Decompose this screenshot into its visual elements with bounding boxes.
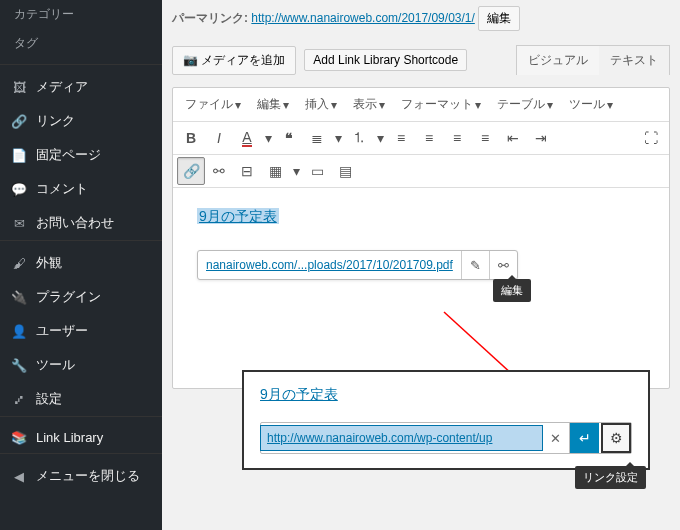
textcolor-caret[interactable]: ▾ <box>261 124 275 152</box>
menu-table[interactable]: テーブル▾ <box>491 92 559 117</box>
editor-toolbar-1: B I A ▾ ❝ ≣ ▾ ⒈ ▾ ≡ ≡ ≡ ≡ ⇤ ⇥ ⛶ <box>173 122 669 155</box>
plugin-icon: 🔌 <box>10 290 28 305</box>
link-url-input[interactable] <box>261 426 542 450</box>
link-inline-toolbar: nanairoweb.com/...ploads/2017/10/201709.… <box>197 250 518 280</box>
brush-icon: 🖌 <box>10 256 28 271</box>
outdent-button[interactable]: ⇤ <box>499 124 527 152</box>
link-url-display[interactable]: nanairoweb.com/...ploads/2017/10/201709.… <box>198 253 461 277</box>
caret-down-icon: ▾ <box>547 98 553 112</box>
sidebar-item-tools[interactable]: 🔧ツール <box>0 348 162 382</box>
caret-down-icon: ▾ <box>331 98 337 112</box>
code-button[interactable]: ▭ <box>303 157 331 185</box>
editor-wrap: ファイル▾ 編集▾ 挿入▾ 表示▾ フォーマット▾ テーブル▾ ツール▾ B I… <box>172 87 670 389</box>
menu-file[interactable]: ファイル▾ <box>179 92 247 117</box>
comment-icon: 💬 <box>10 182 28 197</box>
align-justify-button[interactable]: ≡ <box>471 124 499 152</box>
caret-down-icon: ▾ <box>607 98 613 112</box>
admin-sidebar: カテゴリー タグ 🖾メディア 🔗リンク 📄固定ページ 💬コメント ✉お問い合わせ… <box>0 0 162 530</box>
inset-link-title[interactable]: 9月の予定表 <box>260 386 338 402</box>
sidebar-item-appearance[interactable]: 🖌外観 <box>0 246 162 280</box>
sidebar-item-plugins[interactable]: 🔌プラグイン <box>0 280 162 314</box>
unlink-button[interactable]: ⚯ <box>205 157 233 185</box>
caret-down-icon: ▾ <box>379 98 385 112</box>
italic-button[interactable]: I <box>205 124 233 152</box>
align-right-button[interactable]: ≡ <box>443 124 471 152</box>
enter-icon: ↵ <box>579 430 591 446</box>
caret-down-icon: ▾ <box>235 98 241 112</box>
sidebar-item-label: お問い合わせ <box>36 214 114 232</box>
inset-panel: 9月の予定表 ✕ ↵ ⚙ リンク設定 <box>242 370 650 470</box>
fullscreen-button[interactable]: ⛶ <box>637 124 665 152</box>
ul-button[interactable]: ≣ <box>303 124 331 152</box>
menu-edit[interactable]: 編集▾ <box>251 92 295 117</box>
content-link-title[interactable]: 9月の予定表 <box>197 208 279 224</box>
table-button[interactable]: ▦ <box>261 157 289 185</box>
indent-button[interactable]: ⇥ <box>527 124 555 152</box>
align-left-button[interactable]: ≡ <box>387 124 415 152</box>
edit-tooltip: 編集 <box>493 279 531 302</box>
sidebar-item-label: 固定ページ <box>36 146 101 164</box>
editor-content[interactable]: 9月の予定表 nanairoweb.com/...ploads/2017/10/… <box>173 188 669 388</box>
link-options-button[interactable]: ⚙ <box>601 423 631 453</box>
sidebar-sub-tags[interactable]: タグ <box>0 29 162 58</box>
mail-icon: ✉ <box>10 216 28 231</box>
sidebar-item-media[interactable]: 🖾メディア <box>0 70 162 104</box>
caret-down-icon: ▾ <box>283 98 289 112</box>
pencil-icon: ✎ <box>470 258 481 273</box>
link-button[interactable]: 🔗 <box>177 157 205 185</box>
sidebar-collapse[interactable]: ◀メニューを閉じる <box>0 459 162 493</box>
menu-format[interactable]: フォーマット▾ <box>395 92 487 117</box>
add-shortcode-button[interactable]: Add Link Library Shortcode <box>304 49 467 71</box>
permalink-edit-button[interactable]: 編集 <box>478 6 520 31</box>
blockquote-button[interactable]: ❝ <box>275 124 303 152</box>
camera-icon: 📷 <box>183 53 201 67</box>
tab-text[interactable]: テキスト <box>599 46 669 75</box>
table-caret[interactable]: ▾ <box>289 157 303 185</box>
menu-view[interactable]: 表示▾ <box>347 92 391 117</box>
sidebar-item-links[interactable]: 🔗リンク <box>0 104 162 138</box>
bold-button[interactable]: B <box>177 124 205 152</box>
sidebar-item-settings[interactable]: ⑇設定 <box>0 382 162 416</box>
page-icon: 📄 <box>10 148 28 163</box>
tab-visual[interactable]: ビジュアル <box>517 46 599 75</box>
close-icon: ✕ <box>550 431 561 446</box>
sidebar-item-pages[interactable]: 📄固定ページ <box>0 138 162 172</box>
sidebar-sub-categories[interactable]: カテゴリー <box>0 0 162 29</box>
library-icon: 📚 <box>10 430 28 445</box>
toggle-button[interactable]: ▤ <box>331 157 359 185</box>
edit-link-button[interactable]: ✎ <box>461 251 489 279</box>
ol-caret[interactable]: ▾ <box>373 124 387 152</box>
editor-menubar: ファイル▾ 編集▾ 挿入▾ 表示▾ フォーマット▾ テーブル▾ ツール▾ <box>173 88 669 122</box>
readmore-button[interactable]: ⊟ <box>233 157 261 185</box>
caret-down-icon: ▾ <box>475 98 481 112</box>
permalink-label: パーマリンク: <box>172 11 248 25</box>
link-icon: 🔗 <box>10 114 28 129</box>
link-url-editor: ✕ ↵ ⚙ <box>260 422 632 454</box>
permalink-url[interactable]: http://www.nanairoweb.com/2017/09/03/1/ <box>251 11 474 25</box>
align-center-button[interactable]: ≡ <box>415 124 443 152</box>
add-media-button[interactable]: 📷 メディアを追加 <box>172 46 296 75</box>
sidebar-item-label: リンク <box>36 112 75 130</box>
clear-url-button[interactable]: ✕ <box>542 431 569 446</box>
sidebar-item-label: Link Library <box>36 430 103 445</box>
sidebar-item-users[interactable]: 👤ユーザー <box>0 314 162 348</box>
sidebar-item-label: プラグイン <box>36 288 101 306</box>
ul-caret[interactable]: ▾ <box>331 124 345 152</box>
apply-link-button[interactable]: ↵ <box>569 423 599 453</box>
sidebar-item-label: メニューを閉じる <box>36 467 140 485</box>
sidebar-item-contact[interactable]: ✉お問い合わせ <box>0 206 162 240</box>
media-button-row: 📷 メディアを追加 Add Link Library Shortcode ビジュ… <box>172 45 670 75</box>
collapse-icon: ◀ <box>10 469 28 484</box>
underline-button[interactable]: A <box>233 124 261 152</box>
wrench-icon: 🔧 <box>10 358 28 373</box>
menu-insert[interactable]: 挿入▾ <box>299 92 343 117</box>
sidebar-item-comments[interactable]: 💬コメント <box>0 172 162 206</box>
ol-button[interactable]: ⒈ <box>345 124 373 152</box>
editor-toolbar-2: 🔗 ⚯ ⊟ ▦ ▾ ▭ ▤ <box>173 155 669 188</box>
sidebar-item-label: 外観 <box>36 254 62 272</box>
sliders-icon: ⑇ <box>10 392 28 407</box>
menu-tools[interactable]: ツール▾ <box>563 92 619 117</box>
permalink-row: パーマリンク: http://www.nanairoweb.com/2017/0… <box>172 4 670 33</box>
link-options-tooltip: リンク設定 <box>575 466 646 489</box>
sidebar-item-link-library[interactable]: 📚Link Library <box>0 422 162 453</box>
